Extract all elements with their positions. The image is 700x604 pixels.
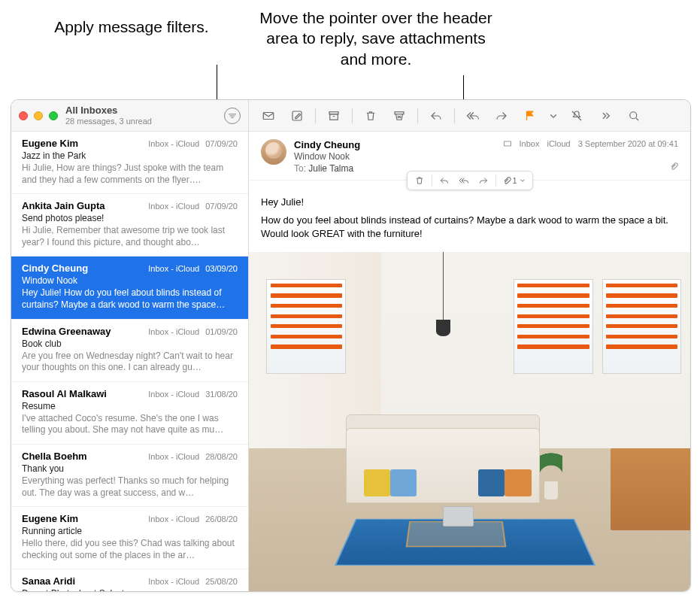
- msg-folder: Inbox - iCloud: [148, 514, 199, 524]
- minimize-window-button[interactable]: [34, 111, 43, 120]
- message-attachment-image[interactable]: [249, 252, 690, 591]
- message-header[interactable]: Cindy Cheung Window Nook To: Julie Talma…: [249, 132, 690, 181]
- flag-button[interactable]: [517, 105, 544, 127]
- header-to-name: Julie Talma: [308, 163, 353, 174]
- toolbar-separator: [315, 108, 316, 123]
- msg-preview: Are you free on Wednesday night? Can't w…: [22, 351, 238, 374]
- msg-folder: Inbox - iCloud: [148, 202, 199, 211]
- hb-separator: [495, 175, 495, 187]
- paperclip-icon: [502, 176, 511, 185]
- svg-point-5: [630, 111, 637, 118]
- hb-reply-all-button[interactable]: [454, 172, 472, 189]
- header-from: Cindy Cheung: [294, 139, 497, 150]
- header-account: iCloud: [547, 139, 570, 148]
- content-pane: Cindy Cheung Window Nook To: Julie Talma…: [249, 100, 690, 591]
- msg-preview: I've attached Coco's resume. She's the o…: [22, 413, 238, 436]
- delete-button[interactable]: [357, 105, 384, 127]
- get-mail-button[interactable]: [255, 105, 282, 127]
- junk-button[interactable]: [386, 105, 413, 127]
- msg-date: 25/08/20: [205, 577, 238, 586]
- svg-rect-3: [330, 114, 338, 120]
- msg-sender: Sanaa Aridi: [22, 575, 75, 587]
- msg-sender: Eugene Kim: [22, 138, 78, 149]
- msg-folder: Inbox - iCloud: [148, 452, 199, 461]
- msg-date: 03/09/20: [205, 264, 238, 273]
- msg-folder: Inbox - iCloud: [148, 264, 199, 273]
- msg-subject: Book club: [22, 338, 238, 349]
- msg-preview: Hi Julie, Remember that awesome trip we …: [22, 225, 238, 248]
- attachment-icon: [669, 162, 678, 171]
- mailbox-title: All Inboxes: [65, 105, 224, 116]
- mute-button[interactable]: [563, 105, 590, 127]
- compose-button[interactable]: [283, 105, 311, 127]
- message-list-item[interactable]: Eugene KimInbox - iCloud07/09/20Jazz in …: [11, 132, 248, 194]
- header-datetime: 3 September 2020 at 09:41: [578, 139, 678, 148]
- header-hover-bar: 1: [406, 171, 532, 190]
- filter-icon: [228, 111, 237, 120]
- hb-reply-button[interactable]: [435, 172, 453, 189]
- body-greeting: Hey Julie!: [261, 196, 678, 209]
- msg-preview: Hello there, did you see this? Chad was …: [22, 538, 238, 561]
- callout-filters: Apply message filters.: [45, 17, 218, 37]
- svg-rect-6: [504, 141, 511, 146]
- msg-preview: Hi Julie, How are things? Just spoke wit…: [22, 162, 238, 186]
- hb-forward-button[interactable]: [474, 172, 492, 189]
- msg-sender: Rasoul Al Malkawi: [22, 388, 107, 399]
- filter-button[interactable]: [224, 108, 241, 124]
- callout-hover-header: Move the pointer over the header area to…: [252, 8, 500, 69]
- svg-rect-0: [263, 112, 274, 119]
- close-window-button[interactable]: [19, 111, 28, 120]
- archive-button[interactable]: [320, 105, 347, 127]
- message-list-item[interactable]: Rasoul Al MalkawiInbox - iCloud31/08/20R…: [11, 382, 248, 445]
- sender-avatar[interactable]: [261, 139, 286, 165]
- msg-sender: Ankita Jain Gupta: [22, 200, 105, 211]
- msg-subject: Desert Photoshoot Selects: [22, 588, 238, 591]
- message-list-item[interactable]: Chella BoehmInbox - iCloud28/08/20Thank …: [11, 445, 248, 507]
- msg-folder: Inbox - iCloud: [148, 327, 199, 336]
- reply-all-button[interactable]: [459, 105, 486, 127]
- reply-button[interactable]: [423, 105, 450, 127]
- msg-date: 01/09/20: [205, 327, 238, 336]
- search-button[interactable]: [620, 105, 647, 127]
- msg-folder: Inbox - iCloud: [148, 390, 199, 399]
- msg-subject: Running article: [22, 526, 238, 536]
- message-list-item[interactable]: Eugene KimInbox - iCloud26/08/20Running …: [11, 507, 248, 569]
- message-list-item[interactable]: Edwina GreenawayInbox - iCloud01/09/20Bo…: [11, 320, 248, 382]
- message-list-item[interactable]: Ankita Jain GuptaInbox - iCloud07/09/20S…: [11, 194, 248, 256]
- msg-subject: Resume: [22, 401, 238, 411]
- hb-attachments-button[interactable]: 1: [498, 176, 529, 185]
- more-tools-button[interactable]: [592, 105, 619, 127]
- header-to-label: To:: [294, 163, 306, 174]
- toolbar: [249, 100, 690, 132]
- msg-preview: Everything was perfect! Thanks so much f…: [22, 475, 238, 499]
- toolbar-separator: [454, 108, 455, 123]
- message-list[interactable]: Eugene KimInbox - iCloud07/09/20Jazz in …: [11, 132, 248, 591]
- mailbox-subtitle: 28 messages, 3 unread: [65, 117, 224, 126]
- msg-date: 28/08/20: [205, 452, 238, 461]
- forward-button[interactable]: [488, 105, 515, 127]
- msg-subject: Window Nook: [22, 275, 238, 286]
- msg-sender: Cindy Cheung: [22, 263, 88, 274]
- header-subject: Window Nook: [294, 151, 497, 162]
- msg-sender: Chella Boehm: [22, 451, 87, 462]
- svg-rect-4: [395, 111, 404, 114]
- msg-date: 07/09/20: [205, 139, 238, 148]
- window-controls: [19, 111, 58, 120]
- sidebar-header: All Inboxes 28 messages, 3 unread: [11, 100, 248, 132]
- fullscreen-window-button[interactable]: [49, 111, 58, 120]
- message-body: Hey Julie! How do you feel about blinds …: [249, 181, 690, 252]
- flag-menu-button[interactable]: [545, 105, 562, 127]
- hb-separator: [431, 175, 432, 187]
- body-paragraph: How do you feel about blinds instead of …: [261, 214, 678, 241]
- msg-date: 26/08/20: [205, 514, 238, 524]
- header-folder: Inbox: [520, 139, 540, 148]
- message-list-item[interactable]: Cindy CheungInbox - iCloud03/09/20Window…: [11, 256, 248, 319]
- msg-sender: Eugene Kim: [22, 513, 78, 524]
- msg-preview: Hey Julie! How do you feel about blinds …: [22, 287, 238, 311]
- chevron-down-icon: [519, 177, 526, 184]
- toolbar-separator: [417, 108, 418, 123]
- message-list-item[interactable]: Sanaa AridiInbox - iCloud25/08/20Desert …: [11, 569, 248, 591]
- hb-attachment-count: 1: [512, 176, 517, 185]
- hb-delete-button[interactable]: [410, 172, 428, 189]
- msg-folder: Inbox - iCloud: [148, 577, 199, 586]
